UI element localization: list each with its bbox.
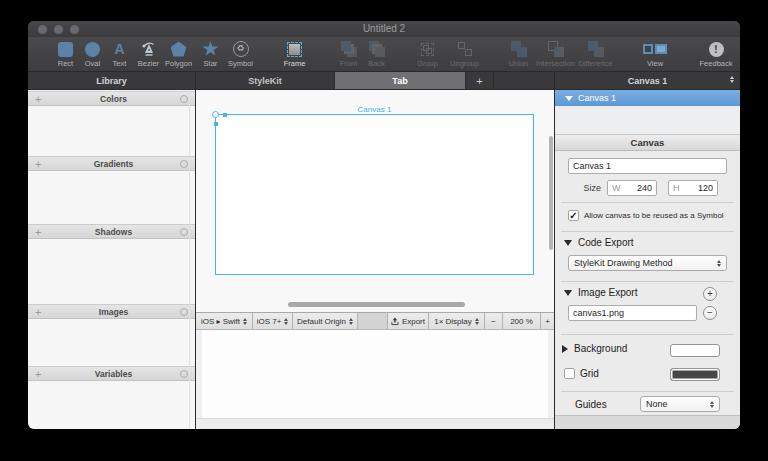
symbol-checkbox-label: Allow canvas to be reused as a Symbol — [584, 211, 724, 220]
sidebar-section-images[interactable]: + Images — [28, 304, 195, 319]
disclosure-down-icon[interactable] — [564, 290, 572, 296]
display-scale-dropdown[interactable]: 1× Display — [429, 313, 485, 329]
inspector-mode-stepper-icon[interactable] — [730, 76, 734, 83]
guides-label: Guides — [575, 399, 607, 410]
section-toggle-icon[interactable] — [180, 370, 188, 378]
tab-bar: StyleKit Tab + — [196, 72, 554, 90]
code-export-disclosure[interactable]: Code Export — [564, 237, 634, 248]
close-window-icon[interactable] — [38, 25, 47, 34]
horizontal-scrollbar[interactable] — [288, 302, 465, 307]
tab-tab[interactable]: Tab — [335, 72, 466, 89]
frame-icon — [287, 40, 302, 58]
height-field[interactable]: H 120 — [668, 180, 718, 196]
add-icon[interactable]: + — [35, 368, 47, 380]
divider — [561, 202, 734, 203]
canvas-artboard[interactable] — [215, 114, 534, 275]
disclosure-right-icon[interactable] — [562, 345, 568, 353]
tool-front[interactable]: Front — [335, 40, 362, 68]
section-toggle-icon[interactable] — [180, 228, 188, 236]
image-export-disclosure[interactable]: Image Export — [564, 287, 637, 298]
symbol-checkbox[interactable]: ✓ — [568, 210, 579, 221]
tool-ungroup[interactable]: Ungroup — [451, 40, 478, 68]
tool-label: Group — [417, 59, 438, 68]
tool-feedback[interactable]: ! Feedback — [697, 40, 735, 68]
canvas-origin-handle[interactable] — [212, 111, 219, 118]
guides-dropdown[interactable]: None — [640, 396, 720, 412]
section-toggle-icon[interactable] — [180, 160, 188, 168]
grid-color-well[interactable] — [670, 368, 720, 381]
canvas-title-label[interactable]: Canvas 1 — [215, 105, 534, 114]
zoom-window-icon[interactable] — [70, 25, 79, 34]
tool-rect[interactable]: Rect — [52, 40, 79, 68]
tool-bezier[interactable]: Bezier — [135, 40, 162, 68]
platform-dropdown[interactable]: iOS ▸ Swift — [196, 313, 253, 329]
group-icon — [421, 40, 434, 58]
remove-image-export-button[interactable]: − — [703, 306, 717, 320]
symbol-checkbox-row[interactable]: ✓ Allow canvas to be reused as a Symbol — [568, 210, 736, 221]
add-icon[interactable]: + — [35, 158, 47, 170]
image-filename-field[interactable]: canvas1.png — [568, 305, 697, 321]
bring-to-front-icon — [341, 40, 357, 58]
divider — [561, 391, 734, 392]
canvas-resize-handle[interactable] — [223, 113, 227, 117]
lower-panel-footer — [196, 418, 554, 429]
origin-dropdown[interactable]: Default Origin — [293, 313, 358, 329]
add-tab-button[interactable]: + — [466, 72, 494, 89]
tool-polygon[interactable]: Polygon — [165, 40, 192, 68]
title-bar[interactable]: Untitled 2 — [28, 21, 740, 37]
background-disclosure[interactable]: Background — [562, 343, 627, 354]
export-button[interactable]: Export — [388, 313, 429, 329]
vertical-scrollbar[interactable] — [549, 136, 553, 250]
tool-label: Oval — [85, 59, 100, 68]
tool-group[interactable]: Group — [414, 40, 441, 68]
zoom-out-button[interactable]: − — [485, 313, 503, 329]
outline-item-canvas1[interactable]: Canvas 1 — [555, 90, 740, 106]
tab-stylekit[interactable]: StyleKit — [196, 72, 335, 89]
sidebar-section-gradients[interactable]: + Gradients — [28, 156, 195, 171]
tool-symbol[interactable]: ♻ Symbol — [227, 40, 254, 68]
ungroup-icon — [458, 40, 472, 58]
tool-label: Text — [113, 59, 127, 68]
tool-frame[interactable]: Frame — [281, 40, 308, 68]
sidebar-section-colors[interactable]: + Colors — [28, 91, 195, 106]
tool-union[interactable]: Union — [505, 40, 532, 68]
disclosure-down-icon[interactable] — [564, 240, 572, 246]
add-icon[interactable]: + — [35, 226, 47, 238]
add-icon[interactable]: + — [35, 93, 47, 105]
add-icon[interactable]: + — [35, 306, 47, 318]
disclosure-down-icon[interactable] — [565, 96, 573, 101]
os-version-dropdown[interactable]: iOS 7+ — [253, 313, 293, 329]
grid-label: Grid — [580, 368, 599, 379]
zoom-level-value[interactable]: 200 % — [503, 313, 541, 329]
code-export-method-dropdown[interactable]: StyleKit Drawing Method — [568, 255, 727, 271]
add-image-export-button[interactable]: + — [703, 287, 717, 301]
difference-icon — [588, 40, 604, 58]
width-field[interactable]: W 240 — [607, 180, 657, 196]
background-color-well[interactable] — [670, 344, 720, 357]
stepper-icon — [710, 401, 714, 408]
union-icon — [511, 40, 527, 58]
code-export-method-value: StyleKit Drawing Method — [574, 258, 673, 268]
tool-star[interactable]: Star — [197, 40, 224, 68]
stepper-icon — [349, 318, 353, 325]
sidebar-section-shadows[interactable]: + Shadows — [28, 224, 195, 239]
canvas-name-field[interactable]: Canvas 1 — [568, 158, 727, 174]
height-value: 120 — [680, 183, 714, 193]
display-scale-label: 1× Display — [434, 317, 472, 326]
section-toggle-icon[interactable] — [180, 308, 188, 316]
image-export-label: Image Export — [578, 287, 637, 298]
canvas-resize-handle[interactable] — [214, 122, 218, 126]
tool-back[interactable]: Back — [363, 40, 390, 68]
canvas-scroll-area[interactable]: Canvas 1 — [196, 90, 554, 312]
tool-text[interactable]: A Text — [106, 40, 133, 68]
tool-oval[interactable]: Oval — [79, 40, 106, 68]
zoom-in-button[interactable]: + — [541, 313, 554, 329]
sidebar-section-variables[interactable]: + Variables — [28, 366, 195, 381]
tool-intersection[interactable]: Intersection — [542, 40, 569, 68]
tool-view[interactable]: View — [638, 40, 672, 68]
grid-checkbox[interactable] — [564, 368, 575, 379]
minimize-window-icon[interactable] — [54, 25, 63, 34]
tool-difference[interactable]: Difference — [582, 40, 609, 68]
traffic-lights — [38, 25, 79, 34]
section-toggle-icon[interactable] — [180, 95, 188, 103]
